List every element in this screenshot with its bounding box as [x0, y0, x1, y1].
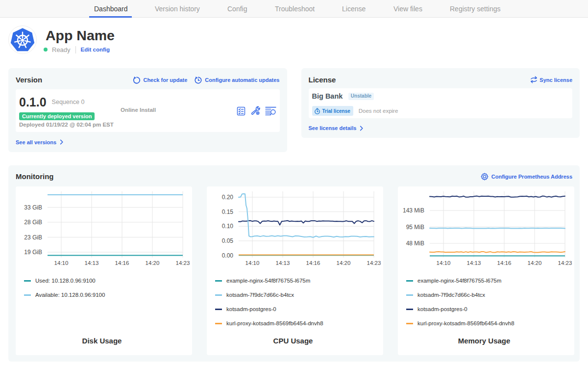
- svg-text:14:16: 14:16: [306, 260, 320, 266]
- svg-text:95 MiB: 95 MiB: [406, 224, 424, 231]
- svg-text:14:13: 14:13: [276, 260, 290, 266]
- svg-text:19 GiB: 19 GiB: [24, 249, 42, 256]
- svg-text:33 GiB: 33 GiB: [24, 204, 42, 211]
- svg-text:14:13: 14:13: [467, 260, 481, 266]
- svg-text:0.20: 0.20: [222, 194, 234, 201]
- svg-text:0.15: 0.15: [222, 209, 234, 215]
- svg-text:0.05: 0.05: [222, 237, 234, 244]
- svg-text:14:23: 14:23: [558, 260, 572, 266]
- svg-text:14:23: 14:23: [367, 260, 381, 266]
- svg-text:14:16: 14:16: [497, 260, 512, 266]
- svg-text:23 GiB: 23 GiB: [24, 234, 42, 241]
- svg-text:14:10: 14:10: [437, 260, 451, 266]
- svg-text:14:23: 14:23: [176, 260, 190, 266]
- svg-text:14:13: 14:13: [85, 260, 99, 266]
- svg-text:0.10: 0.10: [222, 223, 234, 230]
- svg-text:14:16: 14:16: [115, 260, 129, 266]
- svg-text:14:10: 14:10: [245, 260, 260, 266]
- svg-text:143 MiB: 143 MiB: [403, 207, 424, 214]
- svg-text:48 MiB: 48 MiB: [406, 240, 424, 247]
- svg-text:14:20: 14:20: [337, 260, 351, 266]
- svg-text:28 GiB: 28 GiB: [24, 219, 42, 226]
- svg-text:14:10: 14:10: [54, 260, 69, 266]
- svg-text:14:20: 14:20: [528, 260, 542, 266]
- svg-text:14:20: 14:20: [146, 260, 160, 266]
- svg-text:0.00: 0.00: [222, 252, 234, 259]
